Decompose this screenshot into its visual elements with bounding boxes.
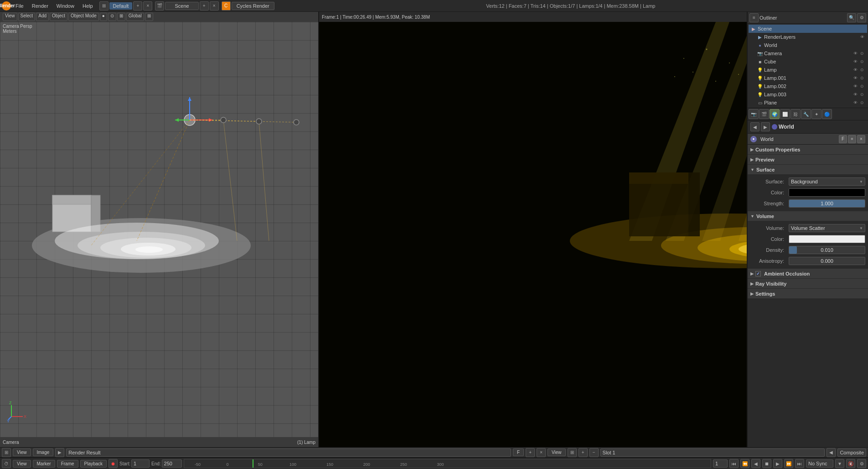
app-logo[interactable]: Blender [2, 1, 11, 10]
zoom-out-btn[interactable]: − [589, 448, 599, 457]
preview-header[interactable]: ▶ Preview [748, 155, 868, 165]
settings-header[interactable]: ▶ Settings [748, 289, 868, 299]
layer-btn[interactable]: ⊞ [145, 13, 153, 21]
surface-header[interactable]: ▼ Surface [748, 165, 868, 175]
marker-btn[interactable]: Marker [33, 460, 55, 468]
tab-world[interactable]: 🌍 [770, 109, 780, 119]
del-render-btn[interactable]: × [537, 448, 546, 457]
playback-btn[interactable]: Playback [80, 460, 107, 468]
volume-color-swatch[interactable] [789, 235, 865, 243]
composite-btn[interactable]: Composite [837, 448, 866, 457]
start-frame-field[interactable]: 1 [131, 459, 150, 468]
image-btn[interactable]: Image [33, 448, 54, 456]
pivot-select[interactable]: ⊙ [108, 13, 116, 21]
tree-item-camera[interactable]: 📷 Camera 👁 ⊙ [749, 49, 867, 57]
viewport-shading[interactable]: ● [100, 13, 107, 21]
tree-item-lamp002[interactable]: 💡 Lamp.002 👁 ⊙ [749, 82, 867, 90]
world-add-btn[interactable]: + [848, 135, 856, 143]
stop-btn[interactable]: ⏹ [762, 459, 771, 468]
tab-constraints[interactable]: ⛓ [790, 109, 801, 119]
tree-item-plane[interactable]: ▭ Plane 👁 ⊙ [749, 99, 867, 107]
vis-render-cam[interactable]: ⊙ [859, 50, 865, 57]
vis-render-lamp002[interactable]: ⊙ [859, 83, 865, 89]
audio-mute-btn[interactable]: 🔇 [846, 459, 855, 468]
volume-density-slider[interactable]: 0.010 [789, 246, 865, 254]
vis-render-lamp003[interactable]: ⊙ [859, 91, 865, 98]
volume-type-dropdown[interactable]: Volume Scatter ▼ [789, 224, 865, 232]
current-frame-field[interactable]: 1 [713, 459, 728, 468]
vis-eye-plane[interactable]: 👁 [852, 99, 858, 106]
play-reverse-btn[interactable]: ◀ [751, 459, 760, 468]
tree-item-cube[interactable]: ■ Cube 👁 ⊙ [749, 57, 867, 66]
world-name-input[interactable] [759, 135, 837, 143]
volume-header[interactable]: ▼ Volume [748, 211, 868, 221]
render-result-field[interactable]: Render Result [66, 448, 511, 457]
anim-record-btn[interactable]: ⏺ [108, 459, 118, 468]
add-render-btn[interactable]: + [526, 448, 535, 457]
prev-frame-btn[interactable]: ⏪ [740, 459, 749, 468]
filter-btn[interactable]: ⚙ [857, 13, 866, 22]
tree-item-lamp003[interactable]: 💡 Lamp.003 👁 ⊙ [749, 90, 867, 99]
play-btn[interactable]: ▶ [773, 459, 782, 468]
tab-physics[interactable]: 🔵 [822, 109, 832, 119]
screen-layout-select[interactable]: Default [109, 2, 133, 10]
vis-render-plane[interactable]: ⊙ [859, 99, 865, 106]
vis-eye-lamp001[interactable]: 👁 [852, 75, 858, 81]
frame-btn[interactable]: Frame [57, 460, 78, 468]
add-menu-btn[interactable]: Add [36, 13, 49, 21]
surface-type-dropdown[interactable]: Background ▼ [789, 177, 865, 186]
world-del-btn[interactable]: × [857, 135, 865, 143]
mode-select[interactable]: Object Mode [68, 13, 99, 21]
render-mode-btn[interactable]: ▶ [55, 448, 64, 457]
vis-eye-lamp[interactable]: 👁 [852, 67, 858, 73]
transform-orient[interactable]: Global [126, 13, 144, 21]
tree-item-lamp[interactable]: 💡 Lamp 👁 ⊙ [749, 66, 867, 74]
screen-layout-icon[interactable]: ⊞ [99, 1, 108, 10]
vis-eye-cube[interactable]: 👁 [852, 58, 858, 65]
tab-scene[interactable]: 🎬 [759, 109, 769, 119]
ray-visibility-header[interactable]: ▶ Ray Visibility [748, 279, 868, 289]
snap-btn[interactable]: ⊞ [117, 13, 125, 21]
vis-eye-cam[interactable]: 👁 [852, 50, 858, 57]
vis-render-lamp[interactable]: ⊙ [859, 67, 865, 73]
scene-remove-btn[interactable]: × [210, 1, 219, 10]
menu-file[interactable]: File [12, 2, 27, 10]
tab-particles[interactable]: ✦ [811, 109, 822, 119]
select-menu-btn[interactable]: Select [18, 13, 36, 21]
sync-arrow[interactable]: ▼ [835, 459, 844, 468]
scene-add-btn[interactable]: + [200, 1, 209, 10]
next-frame-btn[interactable]: ⏩ [784, 459, 793, 468]
world-prev-btn[interactable]: ◀ [750, 122, 760, 131]
sync-select[interactable]: No Sync [806, 459, 833, 468]
render-canvas[interactable] [319, 22, 747, 447]
view-btn[interactable]: View [13, 448, 31, 456]
jump-end-btn[interactable]: ⏭ [795, 459, 804, 468]
timeline-ruler[interactable]: -50 0 50 100 150 200 250 300 [184, 459, 711, 468]
slot-field[interactable]: Slot 1 [600, 448, 825, 457]
search-btn[interactable]: 🔍 [847, 13, 856, 22]
ao-checkbox[interactable] [755, 271, 761, 276]
volume-anisotropy-slider[interactable]: 0.000 [789, 257, 865, 265]
menu-render[interactable]: Render [28, 2, 52, 10]
timeline-settings-btn[interactable]: ⚙ [857, 459, 866, 468]
tree-item-lamp001[interactable]: 💡 Lamp.001 👁 ⊙ [749, 74, 867, 82]
tab-object[interactable]: ⬜ [780, 109, 790, 119]
custom-properties-header[interactable]: ▶ Custom Properties [748, 145, 868, 155]
vis-render-lamp001[interactable]: ⊙ [859, 75, 865, 81]
vis-eye[interactable]: 👁 [859, 34, 865, 40]
zoom-btn[interactable]: ⊞ [568, 448, 577, 457]
view-menu-btn[interactable]: View [3, 13, 17, 21]
menu-window[interactable]: Window [53, 2, 78, 10]
tab-render[interactable]: 📷 [749, 109, 759, 119]
world-f-btn[interactable]: F [839, 135, 847, 143]
ambient-occlusion-header[interactable]: ▶ Ambient Occlusion [748, 269, 868, 279]
jump-start-btn[interactable]: ⏮ [729, 459, 739, 468]
menu-help[interactable]: Help [79, 2, 97, 10]
object-menu-btn[interactable]: Object [50, 13, 67, 21]
vis-eye-lamp003[interactable]: 👁 [852, 91, 858, 98]
tab-modifier[interactable]: 🔧 [801, 109, 811, 119]
world-next-btn[interactable]: ▶ [761, 122, 770, 131]
surface-strength-slider[interactable]: 1.000 [789, 199, 865, 208]
scene-select[interactable]: Scene [165, 2, 198, 10]
tree-item-world[interactable]: ● World [749, 41, 867, 49]
